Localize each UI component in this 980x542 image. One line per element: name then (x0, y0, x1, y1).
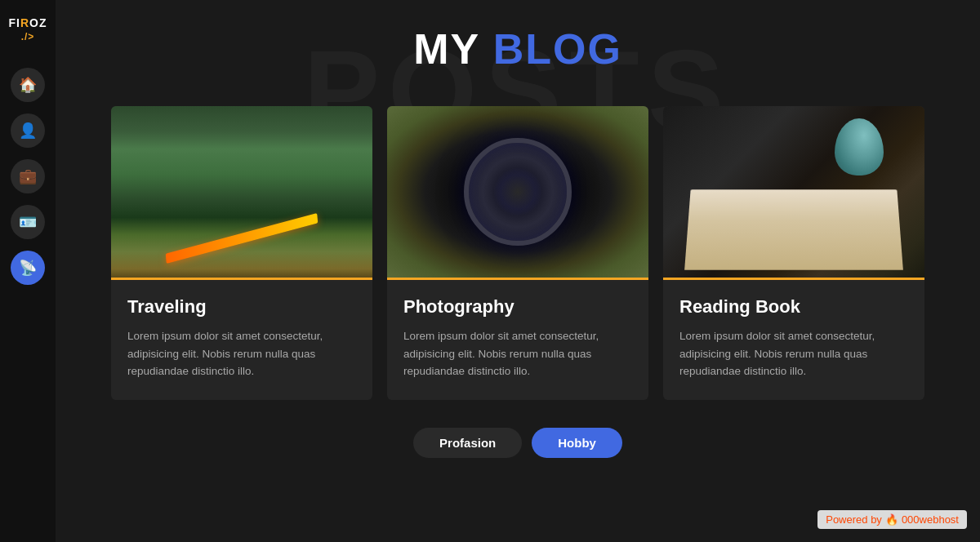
title-blog: BLOG (493, 25, 622, 73)
powered-by-badge: Powered by 🔥 000webhost (817, 510, 967, 529)
sidebar-item-user[interactable]: 👤 (11, 113, 45, 148)
sidebar-item-work[interactable]: 💼 (11, 159, 45, 193)
card-desc-photography: Lorem ipsum dolor sit amet consectetur, … (403, 327, 632, 380)
filter-hobby-button[interactable]: Hobby (532, 428, 622, 458)
card-photography: Photography Lorem ipsum dolor sit amet c… (387, 106, 648, 400)
card-title-traveling: Traveling (127, 296, 356, 318)
cards-container: Traveling Lorem ipsum dolor sit amet con… (105, 106, 931, 400)
card-desc-traveling: Lorem ipsum dolor sit amet consectetur, … (127, 327, 356, 380)
sidebar: FIROZ ./> 🏠 👤 💼 🪪 📡 (0, 0, 56, 542)
powered-by-brand: 000webhost (902, 513, 959, 526)
card-reading-book: Reading Book Lorem ipsum dolor sit amet … (663, 106, 924, 400)
card-image-traveling (111, 106, 372, 278)
main-content: POSTS MY BLOG Traveling Lorem ipsum dolo… (56, 0, 980, 542)
powered-by-icon: 🔥 (885, 513, 898, 526)
sidebar-item-contact[interactable]: 🪪 (11, 205, 45, 239)
filter-profasion-button[interactable]: Profasion (413, 428, 522, 458)
sidebar-item-blog[interactable]: 📡 (11, 251, 45, 285)
card-title-reading: Reading Book (679, 296, 908, 318)
card-content-reading: Reading Book Lorem ipsum dolor sit amet … (663, 280, 924, 400)
card-traveling: Traveling Lorem ipsum dolor sit amet con… (111, 106, 372, 400)
filter-buttons: Profasion Hobby (413, 428, 622, 458)
card-content-traveling: Traveling Lorem ipsum dolor sit amet con… (111, 280, 372, 400)
card-content-photography: Photography Lorem ipsum dolor sit amet c… (387, 280, 648, 400)
card-title-photography: Photography (403, 296, 632, 318)
card-desc-reading: Lorem ipsum dolor sit amet consectetur, … (679, 327, 908, 380)
logo: FIROZ ./> (5, 16, 50, 42)
sidebar-item-home[interactable]: 🏠 (11, 68, 45, 102)
card-image-reading (663, 106, 924, 278)
title-my: MY (413, 25, 493, 73)
card-image-photography (387, 106, 648, 278)
powered-by-label: Powered by (826, 513, 882, 526)
page-title: MY BLOG (413, 24, 622, 73)
